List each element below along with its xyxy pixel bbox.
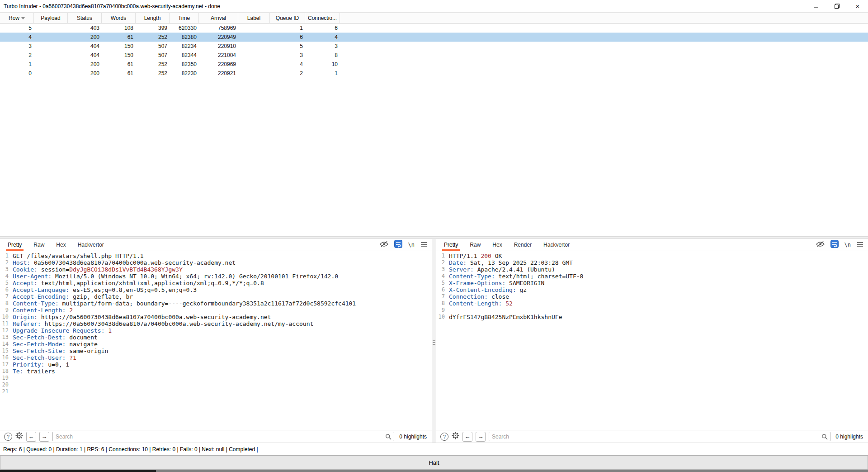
cell-arrival: 220921 bbox=[199, 70, 238, 76]
table-row[interactable]: 4200612528238022094964 bbox=[0, 33, 868, 42]
column-header-status[interactable]: Status bbox=[68, 13, 102, 23]
code-line-text: Origin: https://0a5600730438d6ea8107a704… bbox=[13, 314, 271, 320]
request-search-input[interactable] bbox=[53, 432, 394, 441]
hide-highlights-icon[interactable] bbox=[816, 241, 825, 249]
cell-arrival: 758969 bbox=[199, 25, 238, 31]
word-wrap-toggle-icon[interactable] bbox=[394, 240, 402, 250]
table-row[interactable]: 24041505078234422100438 bbox=[0, 51, 868, 60]
editor-menu-icon[interactable] bbox=[420, 241, 427, 249]
restore-icon bbox=[834, 3, 840, 9]
table-row[interactable]: 0200612528223022092121 bbox=[0, 69, 868, 78]
response-code-line: 3Server: Apache/2.4.41 (Ubuntu) bbox=[436, 266, 868, 273]
table-row[interactable]: 12006125282350220969410 bbox=[0, 60, 868, 69]
help-icon[interactable]: ? bbox=[4, 433, 12, 441]
column-header-connection[interactable]: Connectio... bbox=[305, 13, 340, 23]
request-code-line: 15Sec-Fetch-Site: same-origin bbox=[0, 348, 432, 354]
line-number: 6 bbox=[436, 286, 449, 293]
hide-highlights-icon[interactable] bbox=[380, 241, 388, 249]
request-code-line: 17Priority: u=0, i bbox=[0, 361, 432, 368]
table-row[interactable]: 34041505078223422091053 bbox=[0, 42, 868, 51]
cell-status: 404 bbox=[68, 43, 102, 49]
cell-words: 108 bbox=[102, 25, 136, 31]
cell-row: 4 bbox=[0, 34, 34, 40]
cell-words: 61 bbox=[102, 61, 136, 67]
minimize-button[interactable] bbox=[806, 0, 826, 12]
cell-queue_id: 6 bbox=[270, 34, 305, 40]
maximize-button[interactable] bbox=[826, 0, 847, 12]
search-icon bbox=[385, 434, 392, 442]
response-code-line: 5X-Frame-Options: SAMEORIGIN bbox=[436, 280, 868, 286]
halt-row: Halt bbox=[0, 455, 868, 470]
request-code[interactable]: 1GET /files/avatars/shell.php HTTP/1.12H… bbox=[0, 251, 432, 430]
table-row[interactable]: 540310839962033075896916 bbox=[0, 24, 868, 33]
request-tab-pretty[interactable]: Pretty bbox=[2, 239, 28, 251]
code-line-text: Sec-Fetch-Dest: document bbox=[13, 334, 98, 341]
column-header-time[interactable]: Time bbox=[170, 13, 199, 23]
cell-queue_id: 5 bbox=[270, 43, 305, 49]
column-header-length[interactable]: Length bbox=[136, 13, 170, 23]
request-code-line: 10Origin: https://0a5600730438d6ea8107a7… bbox=[0, 314, 432, 320]
bottom-edge bbox=[0, 470, 868, 472]
code-line-text: HTTP/1.1 200 OK bbox=[449, 253, 502, 259]
request-code-line: 7Accept-Encoding: gzip, deflate, br bbox=[0, 293, 432, 300]
previous-match-button[interactable]: ← bbox=[26, 432, 36, 442]
editor-menu-icon[interactable] bbox=[857, 241, 863, 249]
code-line-text: Sec-Fetch-User: ?1 bbox=[13, 354, 76, 361]
response-search-input[interactable] bbox=[489, 432, 830, 441]
response-code-line: 9 bbox=[436, 307, 868, 314]
cell-length: 252 bbox=[136, 70, 170, 76]
column-header-label[interactable]: Label bbox=[238, 13, 270, 23]
column-header-arrival[interactable]: Arrival bbox=[199, 13, 238, 23]
line-number: 17 bbox=[0, 361, 13, 368]
show-newlines-toggle-icon[interactable]: \n bbox=[408, 242, 415, 248]
column-header-queue_id[interactable]: Queue ID bbox=[270, 13, 305, 23]
response-tab-hex[interactable]: Hex bbox=[486, 239, 508, 251]
response-tab-pretty[interactable]: Pretty bbox=[438, 239, 464, 251]
response-search-field bbox=[489, 432, 830, 441]
response-code[interactable]: 1HTTP/1.1 200 OK2Date: Sat, 13 Sep 2025 … bbox=[436, 251, 868, 430]
response-tab-raw[interactable]: Raw bbox=[464, 239, 486, 251]
column-header-payload[interactable]: Payload bbox=[34, 13, 68, 23]
column-header-words[interactable]: Words bbox=[102, 13, 136, 23]
request-tab-raw[interactable]: Raw bbox=[28, 239, 50, 251]
request-code-line: 21 bbox=[0, 388, 432, 395]
results-table-header: RowPayloadStatusWordsLengthTimeArrivalLa… bbox=[0, 13, 868, 24]
request-tab-hackvertor[interactable]: Hackvertor bbox=[72, 239, 110, 251]
cell-connection: 4 bbox=[305, 34, 340, 40]
column-header-label: Queue ID bbox=[276, 15, 299, 21]
previous-match-button[interactable]: ← bbox=[462, 432, 472, 442]
column-header-row[interactable]: Row bbox=[0, 13, 34, 23]
close-button[interactable]: × bbox=[847, 0, 868, 12]
request-code-line: 19 bbox=[0, 375, 432, 381]
search-settings-gear-icon[interactable] bbox=[452, 432, 459, 441]
response-editor-icons: \n bbox=[816, 239, 868, 251]
next-match-button[interactable]: → bbox=[476, 432, 486, 442]
request-tab-hex[interactable]: Hex bbox=[50, 239, 71, 251]
cell-words: 150 bbox=[102, 52, 136, 58]
vertical-splitter[interactable] bbox=[432, 239, 436, 443]
halt-button[interactable]: Halt bbox=[0, 455, 868, 470]
response-tab-render[interactable]: Render bbox=[508, 239, 538, 251]
window-title: Turbo Intruder - 0a5600730438d6ea8107a70… bbox=[0, 3, 806, 10]
next-match-button[interactable]: → bbox=[39, 432, 49, 442]
cell-status: 200 bbox=[68, 34, 102, 40]
minimize-icon bbox=[813, 4, 819, 9]
cell-arrival: 220949 bbox=[199, 34, 238, 40]
results-table-body: 5403108399620330758969164200612528238022… bbox=[0, 24, 868, 236]
line-number: 6 bbox=[0, 286, 13, 293]
window-controls: × bbox=[806, 0, 868, 12]
cell-words: 61 bbox=[102, 70, 136, 76]
show-newlines-toggle-icon[interactable]: \n bbox=[844, 242, 851, 248]
response-code-line: 2Date: Sat, 13 Sep 2025 22:03:28 GMT bbox=[436, 259, 868, 266]
response-tab-hackvertor[interactable]: Hackvertor bbox=[538, 239, 576, 251]
code-line-text: Sec-Fetch-Mode: navigate bbox=[13, 341, 98, 348]
line-number: 7 bbox=[0, 293, 13, 300]
cell-arrival: 220969 bbox=[199, 61, 238, 67]
word-wrap-toggle-icon[interactable] bbox=[830, 240, 839, 250]
code-line-text: X-Frame-Options: SAMEORIGIN bbox=[449, 280, 544, 286]
cell-queue_id: 3 bbox=[270, 52, 305, 58]
line-number: 3 bbox=[436, 266, 449, 273]
search-settings-gear-icon[interactable] bbox=[15, 432, 23, 441]
column-header-label: Connectio... bbox=[308, 15, 337, 21]
help-icon[interactable]: ? bbox=[440, 433, 448, 441]
